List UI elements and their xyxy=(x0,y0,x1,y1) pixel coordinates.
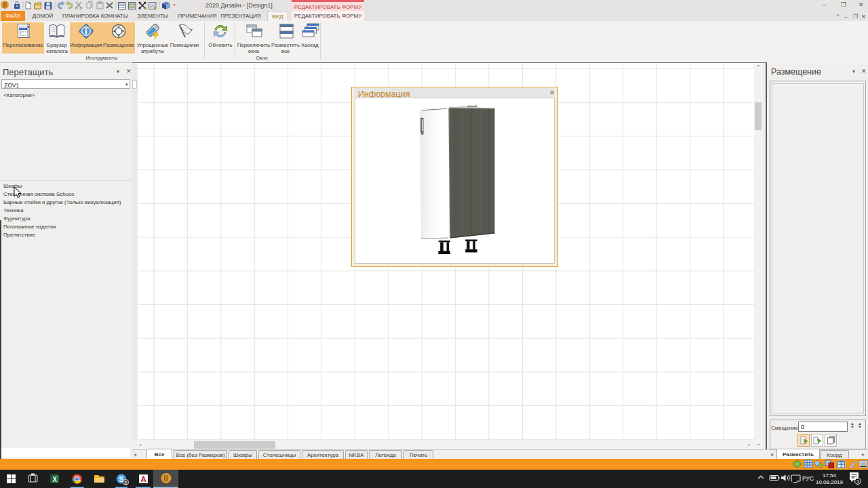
svg-text:1: 1 xyxy=(856,479,859,485)
svg-text:1: 1 xyxy=(124,480,127,486)
svg-text:РУС: РУС xyxy=(802,475,814,482)
svg-text:X: X xyxy=(52,476,57,483)
